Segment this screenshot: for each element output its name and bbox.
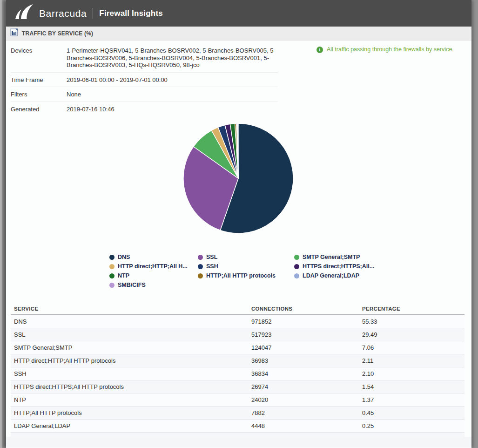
connections-cell: 124047 xyxy=(248,341,359,354)
title-divider xyxy=(93,8,93,19)
table-row: DNS97185255.33 xyxy=(11,315,465,328)
legend-item-smtp-general-smtp[interactable]: SMTP General;SMTP xyxy=(294,254,374,260)
legend-item-smb-cifs[interactable]: SMB/CIFS xyxy=(109,282,198,288)
legend-item-ldap-general-ldap[interactable]: LDAP General;LDAP xyxy=(294,272,374,279)
report-note: i All traffic passing through the firewa… xyxy=(316,46,470,54)
section-header: TRAFFIC BY SERVICE (%) xyxy=(6,27,471,41)
window-left-edge xyxy=(0,0,2,448)
table-row: NTP240201.37 xyxy=(11,394,465,407)
meta-value: 2019-06-01 00:00 - 2019-07-01 00:00 xyxy=(67,76,278,84)
percentage-cell: 0.25 xyxy=(359,420,465,433)
barracuda-logo-icon xyxy=(14,4,34,23)
service-table: SERVICECONNECTIONSPERCENTAGE DNS97185255… xyxy=(11,304,465,446)
legend-swatch-icon xyxy=(198,255,203,260)
pie-chart xyxy=(182,122,295,235)
column-header-percentage: PERCENTAGE xyxy=(359,304,465,315)
meta-label: Generated xyxy=(11,106,67,113)
legend-label: HTTP;All HTTP protocols xyxy=(206,272,276,279)
column-header-connections: CONNECTIONS xyxy=(248,304,359,315)
note-text: All traffic passing through the firewall… xyxy=(327,46,454,54)
percentage-cell: 7.06 xyxy=(359,341,465,354)
legend-item-ssh[interactable]: SSH xyxy=(198,263,294,270)
table-row: SMTP General;SMTP1240477.06 xyxy=(11,341,465,354)
legend-item-http-all-http-protocols[interactable]: HTTP;All HTTP protocols xyxy=(198,272,294,279)
legend-label: HTTP direct;HTTP;All H... xyxy=(118,263,188,270)
meta-row-devices: Devices1-Perimeter-HQSRV041, 5-Branches-… xyxy=(11,43,278,73)
chart-legend: DNSHTTP direct;HTTP;All H...NTPSMB/CIFSS… xyxy=(109,254,374,288)
connections-cell: 26974 xyxy=(248,380,359,394)
percentage-cell: 1.54 xyxy=(359,380,465,394)
table-row: HTTPS direct;HTTPS;All HTTP protocols269… xyxy=(11,380,465,394)
page-title: Firewall Insights xyxy=(99,9,163,18)
connections-cell: 36834 xyxy=(248,367,359,380)
report-content: Devices1-Perimeter-HQSRV041, 5-Branches-… xyxy=(6,41,471,448)
service-cell: DNS xyxy=(11,315,248,328)
legend-swatch-icon xyxy=(198,273,203,278)
brand-name: Barracuda xyxy=(39,8,87,19)
legend-item-ssl[interactable]: SSL xyxy=(198,254,294,260)
meta-label: Devices xyxy=(11,47,67,69)
percentage-cell: 55.33 xyxy=(359,315,465,328)
legend-item-ntp[interactable]: NTP xyxy=(109,272,198,279)
legend-label: SSH xyxy=(206,263,218,270)
app-window: Barracuda Firewall Insights TRAFFIC BY S… xyxy=(0,0,478,448)
top-bar: Barracuda Firewall Insights xyxy=(6,0,471,27)
legend-swatch-icon xyxy=(294,255,299,260)
legend-column: DNSHTTP direct;HTTP;All H...NTPSMB/CIFS xyxy=(109,254,198,288)
column-header-service: SERVICE xyxy=(11,304,248,315)
legend-swatch-icon xyxy=(109,264,114,269)
legend-column: SMTP General;SMTPHTTPS direct;HTTPS;All.… xyxy=(294,254,374,279)
table-row: LDAP General;LDAP44480.25 xyxy=(11,420,465,433)
percentage-cell: 1.37 xyxy=(359,394,465,407)
meta-value: 1-Perimeter-HQSRV041, 5-Branches-BOSRV00… xyxy=(67,47,278,69)
report-meta: Devices1-Perimeter-HQSRV041, 5-Branches-… xyxy=(11,43,278,116)
service-cell: SSH xyxy=(11,367,248,380)
meta-label: Time Frame xyxy=(11,76,67,84)
meta-row-filters: FiltersNone xyxy=(11,87,278,102)
meta-value: None xyxy=(67,91,278,98)
connections-cell: 36983 xyxy=(248,354,359,367)
percentage-cell: 29.49 xyxy=(359,328,465,341)
service-cell: LDAP General;LDAP xyxy=(11,420,248,433)
legend-item-http-direct-http-all-h-[interactable]: HTTP direct;HTTP;All H... xyxy=(109,263,198,270)
legend-label: HTTPS direct;HTTPS;All... xyxy=(303,263,374,270)
meta-label: Filters xyxy=(11,91,67,98)
legend-swatch-icon xyxy=(294,273,299,278)
percentage-cell: 2.11 xyxy=(359,354,465,367)
connections-cell: 24020 xyxy=(248,394,359,407)
legend-swatch-icon xyxy=(109,283,114,288)
legend-item-https-direct-https-all-[interactable]: HTTPS direct;HTTPS;All... xyxy=(294,263,374,270)
legend-swatch-icon xyxy=(109,255,114,260)
connections-cell: 971852 xyxy=(248,315,359,328)
content-footer-strip xyxy=(6,437,471,448)
bar-chart-icon xyxy=(10,28,19,38)
service-cell: HTTP;All HTTP protocols xyxy=(11,407,248,420)
info-icon: i xyxy=(316,47,323,53)
percentage-cell: 0.45 xyxy=(359,407,465,420)
percentage-cell: 2.10 xyxy=(359,367,465,380)
connections-cell: 7882 xyxy=(248,407,359,420)
legend-item-dns[interactable]: DNS xyxy=(109,254,198,260)
table-row: HTTP direct;HTTP;All HTTP protocols36983… xyxy=(11,354,465,367)
legend-column: SSLSSHHTTP;All HTTP protocols xyxy=(198,254,294,279)
service-cell: HTTPS direct;HTTPS;All HTTP protocols xyxy=(11,380,248,394)
table-row: HTTP;All HTTP protocols78820.45 xyxy=(11,407,465,420)
legend-label: DNS xyxy=(118,254,130,260)
connections-cell: 517923 xyxy=(248,328,359,341)
legend-swatch-icon xyxy=(198,264,203,269)
meta-value: 2019-07-16 10:46 xyxy=(67,106,278,113)
meta-row-generated: Generated2019-07-16 10:46 xyxy=(11,102,278,116)
report-page: Barracuda Firewall Insights TRAFFIC BY S… xyxy=(6,0,471,448)
table-header-row: SERVICECONNECTIONSPERCENTAGE xyxy=(11,304,465,315)
table-row: SSL51792329.49 xyxy=(11,328,465,341)
legend-swatch-icon xyxy=(294,264,299,269)
service-cell: HTTP direct;HTTP;All HTTP protocols xyxy=(11,354,248,367)
legend-label: NTP xyxy=(118,272,129,279)
section-title: TRAFFIC BY SERVICE (%) xyxy=(22,30,93,37)
legend-label: SMB/CIFS xyxy=(118,282,146,288)
connections-cell: 4448 xyxy=(248,420,359,433)
legend-label: SSL xyxy=(206,254,217,260)
service-cell: SSL xyxy=(11,328,248,341)
legend-label: SMTP General;SMTP xyxy=(303,254,360,260)
service-cell: NTP xyxy=(11,394,248,407)
